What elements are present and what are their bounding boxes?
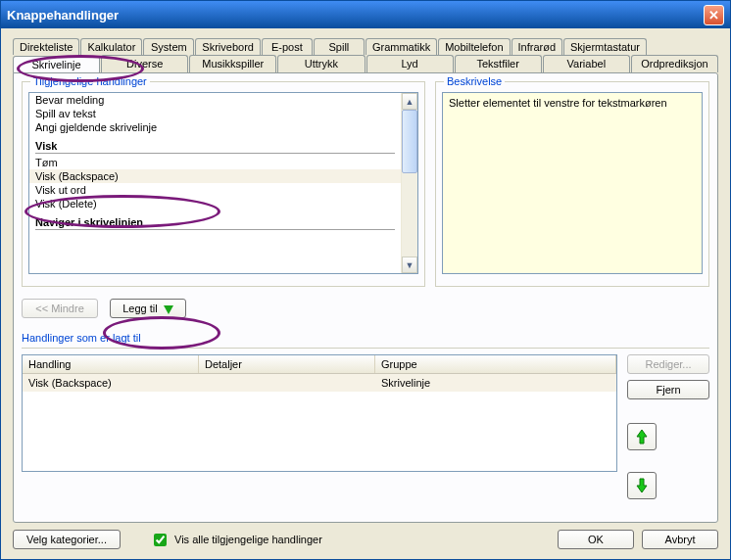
list-group: Visk <box>29 134 401 153</box>
scroll-thumb[interactable] <box>402 110 417 173</box>
tab-grammatikk[interactable]: Grammatikk <box>366 38 437 55</box>
list-item[interactable]: Visk (Backspace) <box>29 169 401 183</box>
list-item[interactable]: Visk ut ord <box>29 183 401 197</box>
move-down-button[interactable] <box>627 472 657 499</box>
list-item[interactable]: Spill av tekst <box>29 107 401 120</box>
arrow-down-icon <box>636 478 648 493</box>
tab-tekstfiler[interactable]: Tekstfiler <box>455 55 542 72</box>
list-item[interactable]: Angi gjeldende skrivelinje <box>29 120 401 134</box>
table-row[interactable]: Visk (Backspace)Skrivelinje <box>23 374 616 392</box>
arrow-up-icon <box>636 429 648 444</box>
tab-musikkspiller[interactable]: Musikkspiller <box>189 55 276 72</box>
tab-skrivelinje[interactable]: Skrivelinje <box>13 56 100 73</box>
added-section-title: Handlinger som er lagt til <box>22 332 709 344</box>
show-all-checkbox[interactable]: Vis alle tilgjengelige handlinger <box>150 531 322 549</box>
show-all-input[interactable] <box>154 534 167 546</box>
arrow-down-icon <box>164 305 173 314</box>
list-item[interactable]: Bevar melding <box>29 93 401 107</box>
tab-lyd[interactable]: Lyd <box>366 55 454 72</box>
col-details[interactable]: Detaljer <box>199 355 375 373</box>
list-group: Naviger i skrivelinjen <box>29 210 401 229</box>
tab-skjermtastatur[interactable]: Skjermtastatur <box>563 38 647 55</box>
categories-button[interactable]: Velg kategorier... <box>13 530 121 549</box>
move-up-button[interactable] <box>627 423 657 450</box>
less-button[interactable]: << Mindre <box>22 299 98 318</box>
tab-spill[interactable]: Spill <box>314 38 365 55</box>
col-group[interactable]: Gruppe <box>375 355 616 373</box>
ok-button[interactable]: OK <box>558 530 634 549</box>
col-action[interactable]: Handling <box>23 355 199 373</box>
add-button[interactable]: Legg til <box>110 299 186 318</box>
tab-variabel[interactable]: Variabel <box>543 55 630 72</box>
tab-skrivebord[interactable]: Skrivebord <box>195 38 261 55</box>
scroll-up-icon[interactable]: ▲ <box>402 93 417 110</box>
cancel-button[interactable]: Avbryt <box>642 530 718 549</box>
tab-mobiltelefon[interactable]: Mobiltelefon <box>438 38 510 55</box>
tab-uttrykk[interactable]: Uttrykk <box>277 55 365 72</box>
description-text: Sletter elementet til venstre for tekstm… <box>442 92 703 274</box>
show-all-label: Vis alle tilgjengelige handlinger <box>174 534 322 545</box>
add-button-label: Legg til <box>122 303 157 314</box>
description-legend: Beskrivelse <box>444 75 505 87</box>
tab-e-post[interactable]: E-post <box>262 38 313 55</box>
available-list[interactable]: Bevar meldingSpill av tekstAngi gjeldend… <box>28 92 418 274</box>
close-icon[interactable]: ✕ <box>704 5 724 25</box>
scroll-down-icon[interactable]: ▼ <box>402 257 417 273</box>
tab-direkteliste[interactable]: Direkteliste <box>13 38 79 55</box>
added-actions-table[interactable]: Handling Detaljer Gruppe Visk (Backspace… <box>22 354 617 472</box>
tab-kalkulator[interactable]: Kalkulator <box>80 38 142 55</box>
tab-system[interactable]: System <box>143 38 194 55</box>
description-fieldset: Beskrivelse Sletter elementet til venstr… <box>435 81 709 287</box>
list-item[interactable]: Visk (Delete) <box>29 197 401 210</box>
remove-button[interactable]: Fjern <box>627 380 709 399</box>
scrollbar[interactable]: ▲ ▼ <box>401 93 417 273</box>
available-legend: Tilgjengelige handlinger <box>30 75 150 87</box>
tab-ordprediksjon[interactable]: Ordprediksjon <box>631 55 718 72</box>
tab-diverse[interactable]: Diverse <box>101 55 188 72</box>
list-item[interactable]: Tøm <box>29 156 401 169</box>
edit-button[interactable]: Rediger... <box>627 354 709 374</box>
available-actions-fieldset: Tilgjengelige handlinger Bevar meldingSp… <box>22 81 425 287</box>
tab-infrarød[interactable]: Infrarød <box>512 38 563 55</box>
window-title: Knappehandlinger <box>7 8 704 23</box>
